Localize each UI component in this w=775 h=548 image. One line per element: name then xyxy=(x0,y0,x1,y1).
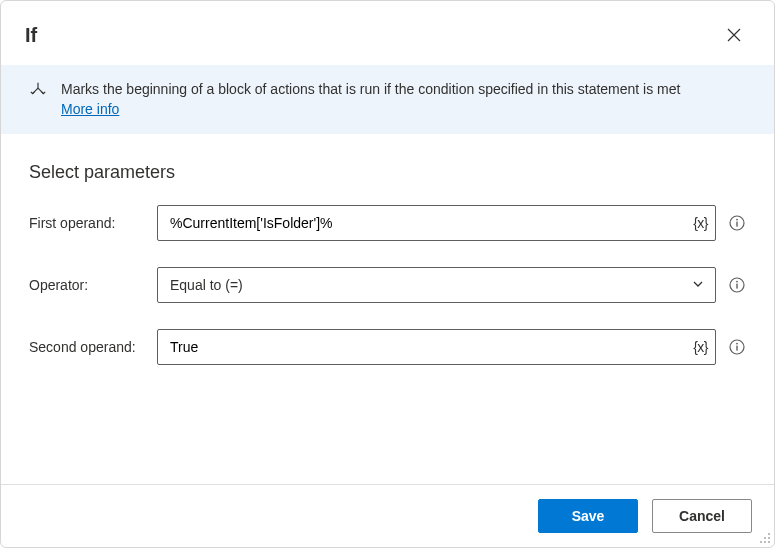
second-operand-field-wrap: {x} xyxy=(157,329,716,365)
svg-point-7 xyxy=(736,342,738,344)
operator-row: Operator: Equal to (=) xyxy=(29,267,746,303)
variable-picker-icon[interactable]: {x} xyxy=(693,215,708,231)
cancel-button[interactable]: Cancel xyxy=(652,499,752,533)
first-operand-info[interactable] xyxy=(728,214,746,232)
dialog-body: Select parameters First operand: {x} Ope… xyxy=(1,134,774,484)
svg-rect-8 xyxy=(736,345,737,350)
operator-value: Equal to (=) xyxy=(170,277,243,293)
first-operand-label: First operand: xyxy=(29,215,157,231)
second-operand-info[interactable] xyxy=(728,338,746,356)
first-operand-row: First operand: {x} xyxy=(29,205,746,241)
dialog-title: If xyxy=(25,24,718,47)
more-info-link[interactable]: More info xyxy=(61,101,119,117)
info-banner: Marks the beginning of a block of action… xyxy=(1,65,774,134)
svg-point-1 xyxy=(736,218,738,220)
section-title: Select parameters xyxy=(29,162,746,183)
info-icon xyxy=(729,277,745,293)
operator-field-wrap: Equal to (=) xyxy=(157,267,716,303)
branch-icon xyxy=(29,81,47,120)
first-operand-field-wrap: {x} xyxy=(157,205,716,241)
dialog-footer: Save Cancel xyxy=(1,484,774,547)
second-operand-input[interactable] xyxy=(157,329,716,365)
banner-text: Marks the beginning of a block of action… xyxy=(61,79,680,120)
svg-rect-2 xyxy=(736,221,737,226)
banner-description: Marks the beginning of a block of action… xyxy=(61,81,680,97)
if-dialog: If Marks the beginning of a block of act… xyxy=(0,0,775,548)
operator-select[interactable]: Equal to (=) xyxy=(157,267,716,303)
dialog-header: If xyxy=(1,1,774,65)
save-button[interactable]: Save xyxy=(538,499,638,533)
close-icon xyxy=(727,28,741,42)
variable-picker-icon[interactable]: {x} xyxy=(693,339,708,355)
svg-rect-5 xyxy=(736,283,737,288)
operator-info[interactable] xyxy=(728,276,746,294)
second-operand-row: Second operand: {x} xyxy=(29,329,746,365)
close-button[interactable] xyxy=(718,19,750,51)
info-icon xyxy=(729,215,745,231)
second-operand-label: Second operand: xyxy=(29,339,157,355)
first-operand-input[interactable] xyxy=(157,205,716,241)
svg-point-4 xyxy=(736,280,738,282)
info-icon xyxy=(729,339,745,355)
operator-label: Operator: xyxy=(29,277,157,293)
